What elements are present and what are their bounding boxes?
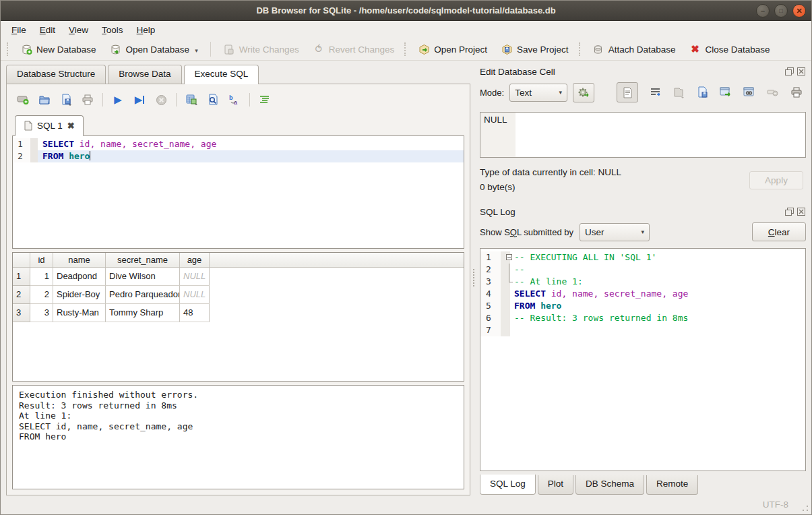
- toolbar-drag-handle[interactable]: [404, 42, 408, 56]
- cell-secret-name[interactable]: Pedro Parqueador: [106, 286, 180, 304]
- cell-secret-name[interactable]: Tommy Sharp: [106, 304, 180, 322]
- close-database-button[interactable]: ✖ Close Database: [682, 40, 776, 58]
- word-wrap-icon[interactable]: [648, 86, 662, 99]
- editor-line-current: 2 FROM hero: [13, 150, 464, 162]
- new-sql-tab-icon[interactable]: [16, 93, 30, 107]
- sql-editor-toolbar: ▶ ▶ ba: [12, 90, 464, 110]
- toolbar-drag-handle[interactable]: [579, 42, 582, 56]
- toolbar-separator: [176, 93, 177, 107]
- row-number[interactable]: 1: [13, 268, 30, 286]
- pane-splitter[interactable]: [470, 61, 477, 495]
- set-null-icon: [766, 86, 780, 99]
- export-to-file-icon[interactable]: [695, 86, 709, 99]
- header-name[interactable]: name: [53, 253, 106, 267]
- sql-log-view[interactable]: 1 -- EXECUTING ALL IN 'SQL 1' 2 -- 3 -- …: [480, 248, 806, 471]
- cell-age[interactable]: NULL: [180, 268, 210, 286]
- encoding-indicator[interactable]: UTF-8: [763, 499, 788, 510]
- close-button[interactable]: ✕: [792, 4, 806, 18]
- cell-info: Type of data currently in cell: NULL 0 b…: [480, 167, 803, 197]
- clear-log-button[interactable]: Clear: [752, 222, 806, 241]
- fold-marker-icon[interactable]: [506, 254, 512, 260]
- cell-secret-name[interactable]: Dive Wilson: [106, 268, 180, 286]
- cell-value-editor[interactable]: NULL: [480, 112, 806, 158]
- menu-tools[interactable]: Tools: [95, 23, 130, 37]
- open-project-button[interactable]: Open Project: [411, 40, 494, 58]
- auto-apply-button[interactable]: [573, 83, 594, 102]
- tab-sql-log[interactable]: SQL Log: [480, 475, 536, 495]
- tab-plot[interactable]: Plot: [538, 475, 573, 495]
- editor-line: 1 SELECT id, name, secret_name, age: [13, 138, 464, 150]
- open-in-external-icon[interactable]: [719, 86, 732, 99]
- fold-margin: [30, 150, 38, 162]
- find-icon[interactable]: [206, 93, 220, 107]
- copy-link-icon[interactable]: [743, 86, 756, 99]
- row-number[interactable]: 2: [13, 286, 30, 304]
- sql-tab-1[interactable]: SQL 1 ✖: [15, 115, 84, 136]
- header-age[interactable]: age: [180, 253, 210, 267]
- execute-all-icon[interactable]: ▶: [111, 93, 125, 107]
- cell-id[interactable]: 1: [30, 268, 53, 286]
- cell-name[interactable]: Deadpond: [53, 268, 106, 286]
- project-open-icon: [418, 43, 430, 55]
- header-id[interactable]: id: [30, 253, 53, 267]
- save-sql-file-icon[interactable]: [59, 93, 73, 107]
- project-save-icon: [501, 43, 513, 55]
- cell-name[interactable]: Spider-Boy: [53, 286, 106, 304]
- line-number: 6: [480, 312, 501, 324]
- print-cell-icon[interactable]: [790, 86, 803, 99]
- cell-age[interactable]: NULL: [180, 286, 210, 304]
- close-panel-icon[interactable]: [797, 208, 806, 216]
- tab-db-schema[interactable]: DB Schema: [575, 475, 644, 495]
- toolbar-separator: [249, 93, 250, 107]
- text-mode-button[interactable]: [617, 82, 638, 102]
- export-results-icon[interactable]: [185, 93, 198, 107]
- cell-age[interactable]: 48: [180, 304, 210, 322]
- submitted-by-select[interactable]: User ▾: [580, 223, 650, 241]
- maximize-button[interactable]: □: [774, 4, 788, 18]
- chevron-down-icon: ▾: [553, 89, 563, 96]
- fold-corner-icon: [509, 276, 513, 282]
- format-sql-icon[interactable]: [258, 93, 272, 107]
- mode-select[interactable]: Text ▾: [509, 84, 567, 102]
- gear-apply-icon: [577, 86, 590, 98]
- corner-header-cell[interactable]: [13, 253, 30, 267]
- float-panel-icon[interactable]: [784, 67, 794, 76]
- dropdown-caret-icon[interactable]: ▾: [195, 47, 198, 55]
- close-sql-tab-icon[interactable]: ✖: [67, 121, 75, 131]
- menu-file[interactable]: File: [5, 23, 33, 37]
- database-new-icon: [20, 43, 32, 55]
- database-open-icon: [110, 43, 122, 55]
- line-number: 5: [480, 300, 501, 312]
- tab-execute-sql[interactable]: Execute SQL: [184, 65, 259, 84]
- execute-current-line-icon[interactable]: ▶: [133, 93, 146, 107]
- cell-name[interactable]: Rusty-Man: [53, 304, 106, 322]
- close-panel-icon[interactable]: [797, 67, 806, 76]
- menu-edit[interactable]: Edit: [33, 23, 62, 37]
- results-header-row: id name secret_name age: [13, 253, 464, 268]
- tab-browse-data[interactable]: Browse Data: [108, 65, 181, 84]
- import-from-file-icon: [672, 86, 685, 99]
- open-database-button[interactable]: Open Database ▾: [103, 40, 205, 58]
- new-database-button[interactable]: New Database: [13, 40, 103, 58]
- open-sql-file-icon[interactable]: [38, 93, 51, 107]
- cell-id[interactable]: 3: [30, 304, 53, 322]
- execution-message[interactable]: Execution finished without errors. Resul…: [12, 385, 464, 489]
- replace-icon[interactable]: ba: [228, 93, 241, 107]
- menu-help[interactable]: Help: [130, 23, 162, 37]
- header-secret-name[interactable]: secret_name: [106, 253, 180, 267]
- row-number[interactable]: 3: [13, 304, 30, 322]
- resize-grip-icon[interactable]: [802, 505, 809, 512]
- toolbar-drag-handle[interactable]: [7, 42, 10, 56]
- menu-view[interactable]: View: [62, 23, 95, 37]
- print-sql-icon[interactable]: [81, 93, 94, 107]
- save-project-button[interactable]: Save Project: [494, 40, 575, 58]
- cell-id[interactable]: 2: [30, 286, 53, 304]
- write-changes-icon: [223, 43, 235, 55]
- minimize-button[interactable]: –: [756, 4, 770, 18]
- float-panel-icon[interactable]: [784, 208, 794, 216]
- sql-editor[interactable]: 1 SELECT id, name, secret_name, age 2 FR…: [12, 136, 464, 249]
- line-number: 2: [13, 150, 30, 162]
- tab-database-structure[interactable]: Database Structure: [6, 65, 106, 84]
- tab-remote[interactable]: Remote: [646, 475, 698, 495]
- attach-database-button[interactable]: Attach Database: [586, 40, 683, 58]
